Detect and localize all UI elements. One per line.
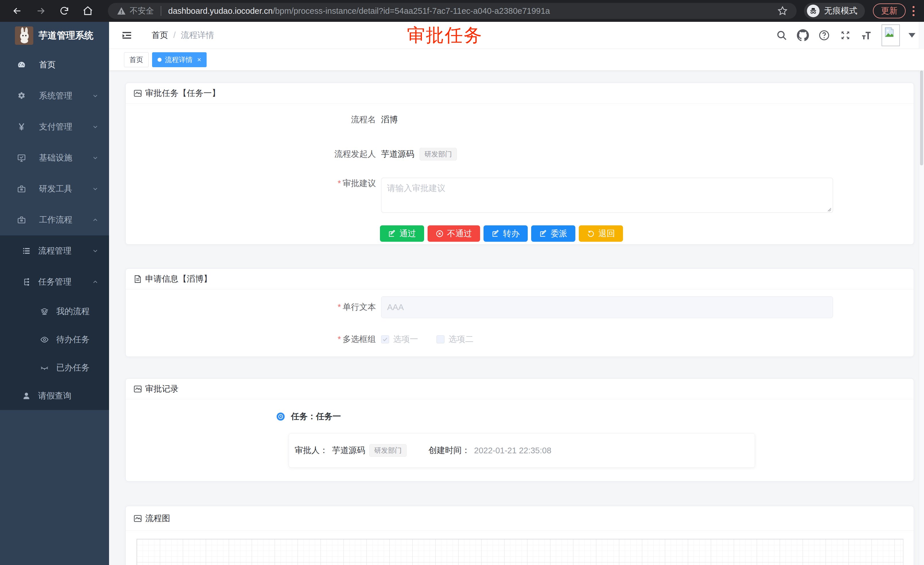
document-icon <box>133 275 142 284</box>
sidebar-item-process-mgmt[interactable]: 流程管理 <box>0 236 109 266</box>
monitor-icon <box>16 153 26 162</box>
tab-process-detail[interactable]: 流程详情 × <box>152 52 207 67</box>
eye-icon <box>40 335 50 344</box>
sidebar-item-infrastructure[interactable]: 基础设施 <box>0 143 109 173</box>
page-scrollbar[interactable] <box>919 22 924 565</box>
incognito-label: 无痕模式 <box>824 5 857 17</box>
delegate-button[interactable]: 委派 <box>531 225 575 242</box>
avatar-broken-image[interactable] <box>882 24 900 46</box>
breadcrumb-home[interactable]: 首页 <box>152 30 168 41</box>
card-title: 申请信息【滔博】 <box>145 273 212 285</box>
record-approver: 审批人：芋道源码 研发部门 <box>295 444 406 457</box>
sidebar-item-workflow[interactable]: 工作流程 <box>0 204 109 236</box>
sidebar-item-todo-tasks[interactable]: 待办任务 <box>0 326 109 354</box>
sidebar-item-leave-query[interactable]: 请假查询 <box>0 382 109 410</box>
tab-label: 流程详情 <box>165 55 192 64</box>
picture-icon <box>133 89 142 98</box>
transfer-button[interactable]: 转办 <box>483 225 528 242</box>
browser-chrome: 不安全 dashboard.yudao.iocoder.cn/bpm/proce… <box>0 0 924 22</box>
sidebar-item-dev-tools[interactable]: 研发工具 <box>0 173 109 204</box>
record-detail-card: 审批人：芋道源码 研发部门 创建时间： 2022-01-21 22:35:08 <box>289 433 755 468</box>
sidebar-item-home[interactable]: 首页 <box>0 50 109 80</box>
return-button[interactable]: 退回 <box>579 225 623 242</box>
sidebar-item-system[interactable]: 系统管理 <box>0 80 109 111</box>
incognito-badge: 无痕模式 <box>804 3 865 19</box>
single-text-label: *单行文本 <box>126 302 381 313</box>
bpmn-canvas[interactable] <box>136 539 903 565</box>
clock-icon <box>277 413 285 421</box>
card-title: 流程图 <box>145 513 170 524</box>
omnibox-divider <box>161 6 161 16</box>
process-diagram-card: 流程图 <box>125 506 914 565</box>
main-area: 首页 / 流程详情 审批任务 <box>109 22 924 565</box>
button-label: 转办 <box>503 228 520 239</box>
single-text-input[interactable]: AAA <box>381 296 833 318</box>
tab-home[interactable]: 首页 <box>124 52 148 67</box>
fullscreen-icon[interactable] <box>839 29 852 42</box>
address-bar[interactable]: 不安全 dashboard.yudao.iocoder.cn/bpm/proce… <box>108 3 796 19</box>
sidebar-item-task-mgmt[interactable]: 任务管理 <box>0 266 109 298</box>
help-icon[interactable] <box>818 29 831 42</box>
browser-back-icon[interactable] <box>11 5 24 17</box>
advice-label: *审批建议 <box>126 178 381 189</box>
advice-input-wrap <box>381 178 833 214</box>
sidebar-item-my-process[interactable]: 我的流程 <box>0 298 109 326</box>
sidebar-item-payment[interactable]: 支付管理 <box>0 111 109 143</box>
scrollbar-thumb[interactable] <box>920 71 923 165</box>
header-actions <box>776 22 915 49</box>
initiator-value: 芋道源码 研发部门 <box>381 148 457 161</box>
sidebar-item-label: 工作流程 <box>39 214 92 225</box>
button-label: 委派 <box>550 228 567 239</box>
advice-textarea[interactable] <box>381 178 833 213</box>
bookmark-star-icon[interactable] <box>777 6 788 17</box>
checkbox-option-2[interactable]: 选项二 <box>436 334 474 345</box>
browser-update-button[interactable]: 更新 <box>873 3 906 18</box>
sidebar-item-label: 首页 <box>39 59 99 71</box>
browser-home-icon[interactable] <box>81 5 94 17</box>
resize-grip-icon[interactable] <box>827 207 831 212</box>
browser-forward-icon[interactable] <box>34 5 47 17</box>
list-tree-icon <box>21 246 31 255</box>
font-size-icon[interactable] <box>860 29 873 42</box>
checkbox-group-label: *多选框组 <box>126 334 381 345</box>
reject-button[interactable]: 不通过 <box>428 225 480 242</box>
button-label: 通过 <box>399 228 416 239</box>
application-info-card: 申请信息【滔博】 *单行文本 AAA *多选框组 选项一 <box>125 269 914 357</box>
not-secure-icon <box>117 6 126 16</box>
card-header: 申请信息【滔博】 <box>126 269 914 289</box>
chevron-up-icon <box>92 278 99 286</box>
initiator-name: 芋道源码 <box>381 149 414 160</box>
process-name-label: 流程名 <box>126 114 381 125</box>
gear-icon <box>16 91 26 101</box>
initiator-label: 流程发起人 <box>126 149 381 160</box>
task-title: 任务：任务一 <box>291 411 341 422</box>
sidebar-item-label: 待办任务 <box>56 334 99 346</box>
security-label: 不安全 <box>130 6 154 17</box>
card-header: 审批记录 <box>126 379 914 399</box>
app-logo-row[interactable]: 芋道管理系统 <box>0 22 109 50</box>
browser-menu-icon[interactable] <box>912 6 915 16</box>
search-icon[interactable] <box>776 29 788 42</box>
sidebar-item-label: 基础设施 <box>39 152 92 164</box>
sidebar-item-done-tasks[interactable]: 已办任务 <box>0 354 109 382</box>
approve-button[interactable]: 通过 <box>380 225 424 242</box>
page-content: 审批任务【任务一】 流程名 滔博 流程发起人 芋道源码 研发部门 *审批建议 <box>109 71 924 565</box>
sidebar-collapse-icon[interactable] <box>121 30 133 41</box>
button-label: 退回 <box>598 228 615 239</box>
breadcrumb-current: 流程详情 <box>181 30 214 41</box>
url-text: dashboard.yudao.iocoder.cn/bpm/process-i… <box>168 6 550 16</box>
person-icon <box>21 392 31 400</box>
tab-close-icon[interactable]: × <box>197 56 201 64</box>
checkbox-label: 选项一 <box>393 334 418 345</box>
input-value: AAA <box>387 303 404 312</box>
approver-name: 芋道源码 <box>332 445 365 456</box>
avatar-caret-icon[interactable] <box>909 33 915 38</box>
browser-reload-icon[interactable] <box>58 5 70 17</box>
checkbox-option-1[interactable]: 选项一 <box>381 334 418 345</box>
annotation-overlay: 审批任务 <box>407 23 483 48</box>
checkbox-checked-icon <box>381 335 389 343</box>
sidebar-item-label: 支付管理 <box>39 121 92 133</box>
github-icon[interactable] <box>796 29 809 42</box>
tab-bar: 首页 流程详情 × <box>109 49 924 71</box>
app-logo <box>15 26 33 45</box>
